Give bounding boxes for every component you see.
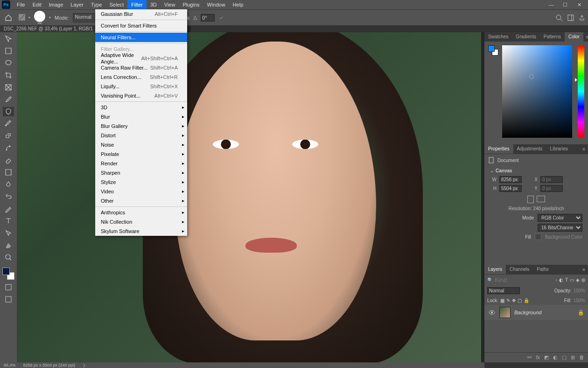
lock-position-icon[interactable]: ✥ [512,298,516,303]
tool-pen-icon[interactable] [3,204,14,213]
tab-gradients[interactable]: Gradients [512,32,539,42]
tool-move-icon[interactable] [3,34,14,43]
tool-clone-icon[interactable] [3,131,14,141]
tool-path-select-icon[interactable] [3,228,14,238]
panel-menu-icon[interactable]: ≡ [580,147,588,152]
menu-select[interactable]: Select [106,0,128,9]
new-layer-icon[interactable]: ⊞ [571,354,575,361]
tab-properties[interactable]: Properties [484,144,513,154]
tool-eraser-icon[interactable] [3,156,14,165]
tab-layers[interactable]: Layers [484,265,506,274]
search-small-icon[interactable]: 🔍 [487,277,493,283]
tool-dodge-icon[interactable] [3,192,14,201]
menuitem-distort[interactable]: Distort [95,131,187,140]
height-input[interactable] [499,185,522,192]
layer-mask-icon[interactable]: ◩ [544,354,549,361]
close-icon[interactable]: ✕ [572,0,586,9]
delete-layer-icon[interactable]: 🗑 [579,354,584,361]
canvas-section-toggle[interactable]: Canvas [490,168,582,173]
menuitem-nik-collection[interactable]: Nik Collection [95,217,187,226]
minimize-icon[interactable]: — [544,0,558,9]
menuitem-vanishing-point-[interactable]: Vanishing Point...Alt+Ctrl+V [95,91,187,100]
menu-layer[interactable]: Layer [67,0,87,9]
tool-zoom-icon[interactable] [3,253,14,262]
tool-eyedropper-icon[interactable] [3,95,14,104]
lock-paint-icon[interactable]: ✎ [506,298,510,303]
filter-type-icon[interactable]: T [565,277,568,283]
layer-lock-icon[interactable]: 🔒 [578,310,584,316]
menuitem-sharpen[interactable]: Sharpen [95,168,187,177]
menuitem-3d[interactable]: 3D [95,103,187,112]
orientation-landscape-icon[interactable] [537,196,545,202]
lock-artboard-icon[interactable]: ▢ [518,298,522,303]
tab-channels[interactable]: Channels [506,265,533,274]
menu-help[interactable]: Help [229,0,247,9]
pressure-icon[interactable]: ⟋ [218,15,224,21]
tab-patterns[interactable]: Patterns [540,32,565,42]
hue-slider[interactable] [578,45,584,138]
tab-swatches[interactable]: Swatches [484,32,512,42]
menu-plugins[interactable]: Plugins [179,0,203,9]
maximize-icon[interactable]: ☐ [558,0,572,9]
menuitem-pixelate[interactable]: Pixelate [95,149,187,159]
tool-blur-icon[interactable] [3,180,14,189]
tool-crop-icon[interactable] [3,71,14,80]
tool-history-brush-icon[interactable] [3,143,14,153]
tool-hand-icon[interactable] [3,241,14,250]
screenmode-icon[interactable] [3,295,14,304]
filter-pixel-icon[interactable]: ▫ [555,277,557,283]
tool-type-icon[interactable] [3,216,14,226]
lock-all-icon[interactable]: 🔒 [524,298,529,303]
menuitem-other[interactable]: Other [95,196,187,205]
filter-adjust-icon[interactable]: ◐ [559,277,563,283]
layer-fx-icon[interactable]: fx [536,354,540,361]
menu-window[interactable]: Window [203,0,229,9]
zoom-level[interactable]: 88,4% [4,363,16,368]
share-icon[interactable] [579,14,585,21]
link-layers-icon[interactable]: ⚯ [527,354,532,361]
color-swatch-pair[interactable] [488,45,498,56]
panel-menu-icon[interactable]: ≡ [580,267,588,272]
menu-view[interactable]: View [161,0,179,9]
quickmask-icon[interactable] [3,283,14,292]
width-input[interactable] [499,176,522,183]
menu-filter[interactable]: Filter [127,0,146,9]
statusbar-caret-icon[interactable]: ❯ [83,363,86,368]
adjustment-layer-icon[interactable]: ◐ [553,354,558,361]
orientation-portrait-icon[interactable] [527,196,534,203]
filter-shape-icon[interactable]: ▭ [570,277,574,283]
tool-lasso-icon[interactable] [3,58,14,68]
fill-swatch-icon[interactable] [535,234,541,240]
canvas-area[interactable] [17,32,484,362]
kind-filter-input[interactable] [495,276,513,283]
tool-marquee-icon[interactable] [3,46,14,56]
menu-image[interactable]: Image [45,0,67,9]
home-icon[interactable] [3,12,14,23]
tab-color[interactable]: Color [565,32,583,42]
tool-spot-heal-icon[interactable] [3,107,14,116]
menuitem-stylize[interactable]: Stylize [95,177,187,187]
tab-adjustments[interactable]: Adjustments [513,144,546,154]
tab-libraries[interactable]: Libraries [546,144,572,154]
layer-row[interactable]: Background 🔒 [484,305,588,320]
tool-frame-icon[interactable] [3,83,14,92]
menuitem-adaptive-wide-angle-[interactable]: Adaptive Wide Angle...Alt+Shift+Ctrl+A [95,54,187,63]
search-icon[interactable] [555,14,563,21]
tool-preset-icon[interactable] [18,13,27,22]
foreground-background-colors[interactable] [2,268,14,280]
blend-mode-select[interactable]: Normal [487,287,520,294]
menuitem-blur-gallery[interactable]: Blur Gallery [95,121,187,131]
menuitem-skylum-software[interactable]: Skylum Software [95,226,187,236]
menuitem-liquify-[interactable]: Liquify...Shift+Ctrl+X [95,82,187,91]
menu-3d[interactable]: 3D [147,0,161,9]
menu-type[interactable]: Type [87,0,106,9]
tool-gradient-icon[interactable] [3,168,14,177]
menu-file[interactable]: File [13,0,29,9]
tab-paths[interactable]: Paths [533,265,553,274]
workspace-icon[interactable] [567,14,574,21]
angle-input[interactable] [201,14,215,21]
doc-tab[interactable]: DSC_2266.NEF @ 33,4% (Layer 1, RGB/1× [0,26,103,32]
tool-brush-icon[interactable] [3,119,14,128]
menuitem-render[interactable]: Render [95,159,187,168]
menuitem-convert-for-smart-filters[interactable]: Convert for Smart Filters [95,21,187,30]
